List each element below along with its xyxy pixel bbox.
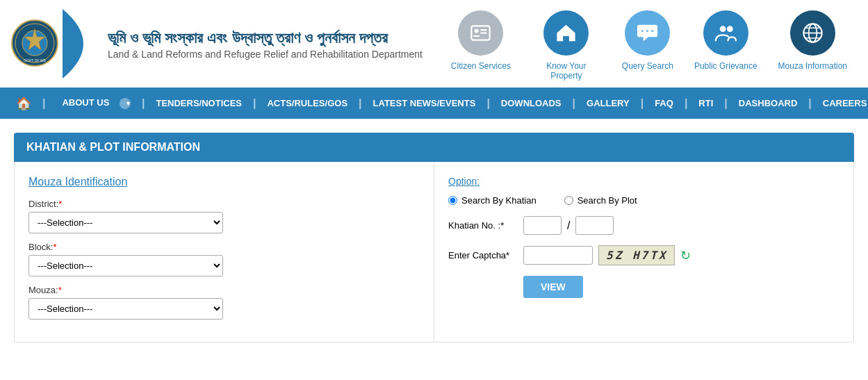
mouza-identification-title[interactable]: Mouza Identification <box>28 176 420 188</box>
khatian-no-label: Khatian No. :* <box>448 220 518 231</box>
option-label: Option <box>448 176 477 187</box>
home-nav-link[interactable]: 🏠 <box>10 96 37 111</box>
nav-careers[interactable]: CAREERS <box>817 98 868 108</box>
nav-icon-citizen-services[interactable]: Citizen Services <box>451 10 511 81</box>
nav-acts[interactable]: ACTS/RULES/GOS <box>261 98 353 108</box>
nav-rti[interactable]: RTI <box>693 98 719 108</box>
mouza-information-label: Mouza Information <box>778 61 847 71</box>
district-group: District:* ---Selection--- <box>28 199 420 233</box>
know-your-property-circle <box>543 10 589 56</box>
emblem: GOVT OF WB <box>10 19 59 69</box>
svg-text:GOVT OF WB: GOVT OF WB <box>24 58 47 63</box>
sep9: | <box>719 97 732 110</box>
query-search-circle <box>625 10 670 56</box>
captcha-refresh-icon[interactable]: ↻ <box>680 248 691 263</box>
khatian-slash: / <box>567 220 570 232</box>
district-select[interactable]: ---Selection--- <box>28 212 223 233</box>
mouza-select[interactable]: ---Selection--- <box>28 298 223 320</box>
svg-point-13 <box>720 26 726 32</box>
right-panel: Option: Search By Khatian Search By Plot… <box>434 162 853 342</box>
nav-icon-public-grievance[interactable]: Public Grievance <box>694 10 758 81</box>
mouza-group: Mouza:* ---Selection--- <box>28 285 420 320</box>
citizen-services-circle <box>458 10 503 56</box>
public-grievance-circle <box>703 10 748 56</box>
section-header: KHATIAN & PLOT INFORMATION <box>14 133 854 162</box>
mouza-information-circle <box>790 10 835 56</box>
mouza-required: * <box>58 285 62 295</box>
search-by-khatian-label[interactable]: Search By Khatian <box>448 195 537 206</box>
option-colon: : <box>477 176 480 187</box>
svg-point-14 <box>727 26 733 32</box>
sep7: | <box>635 97 649 110</box>
khatian-no-row: Khatian No. :* / <box>448 216 840 235</box>
sep1: | <box>37 97 51 110</box>
radio-plot[interactable] <box>564 196 573 205</box>
nav-news[interactable]: LATEST NEWS/EVENTS <box>368 98 482 108</box>
khatian-no-input1[interactable] <box>523 216 562 235</box>
captcha-label: Enter Captcha* <box>448 250 518 261</box>
svg-point-11 <box>646 30 648 32</box>
svg-point-6 <box>475 29 479 33</box>
radio-group: Search By Khatian Search By Plot <box>448 195 840 206</box>
public-grievance-label: Public Grievance <box>694 61 758 71</box>
mouza-label: Mouza:* <box>28 285 420 295</box>
query-search-label: Query Search <box>622 61 673 71</box>
block-select[interactable]: ---Selection--- <box>28 255 223 276</box>
know-your-property-label: Know Your Property <box>532 61 601 81</box>
svg-point-10 <box>641 30 644 32</box>
page-content: KHATIAN & PLOT INFORMATION Mouza Identif… <box>0 119 868 356</box>
district-required: * <box>58 199 62 209</box>
sep4: | <box>353 97 367 110</box>
nav-faq[interactable]: FAQ <box>649 98 679 108</box>
section-body: Mouza Identification District:* ---Selec… <box>14 162 854 342</box>
citizen-services-label: Citizen Services <box>451 61 511 71</box>
header-curve-decoration <box>63 9 104 79</box>
nav-dashboard[interactable]: DASHBOARD <box>733 98 803 108</box>
view-button[interactable]: VIEW <box>523 276 583 298</box>
nav-icons: Citizen Services Know Your Property Quer… <box>430 0 868 88</box>
nav-tenders[interactable]: TENDERS/NOTICES <box>150 98 247 108</box>
nav-about-us[interactable]: ABOUT US ▼ <box>51 97 136 109</box>
block-group: Block:* ---Selection--- <box>28 242 420 276</box>
left-panel: Mouza Identification District:* ---Selec… <box>15 162 434 342</box>
nav-downloads[interactable]: DOWNLOADS <box>496 98 567 108</box>
khatian-no-input2[interactable] <box>575 216 614 235</box>
option-title: Option: <box>448 176 840 187</box>
captcha-input[interactable] <box>523 246 593 265</box>
district-label: District:* <box>28 199 420 209</box>
about-us-dropdown-icon: ▼ <box>120 98 131 109</box>
block-required: * <box>53 242 56 252</box>
search-by-plot-label[interactable]: Search By Plot <box>564 195 637 206</box>
header-text: ভূমি ও ভূমি সংস্কার এবং উদ্বাস্তু ত্রাণ … <box>108 28 423 60</box>
english-subtitle: Land & Land Reforms and Refugee Relief a… <box>108 49 423 60</box>
nav-icon-mouza-information[interactable]: Mouza Information <box>778 10 847 81</box>
sep10: | <box>803 97 817 110</box>
nav-icons-area: Citizen Services Know Your Property Quer… <box>423 0 868 88</box>
nav-icon-know-your-property[interactable]: Know Your Property <box>532 10 601 81</box>
nav-icon-query-search[interactable]: Query Search <box>622 10 673 81</box>
header-left: GOVT OF WB ভূমি ও ভূমি সংস্কার এবং উদ্বা… <box>0 0 423 88</box>
sep6: | <box>567 97 581 110</box>
captcha-row: Enter Captcha* 5Z H7TX ↻ <box>448 245 840 265</box>
sep8: | <box>679 97 693 110</box>
captcha-image: 5Z H7TX <box>598 245 675 265</box>
view-button-container: VIEW <box>448 276 840 298</box>
svg-point-12 <box>652 30 654 32</box>
sep2: | <box>136 97 150 110</box>
sep5: | <box>481 97 495 110</box>
header: GOVT OF WB ভূমি ও ভূমি সংস্কার এবং উদ্বা… <box>0 0 868 88</box>
main-nav: 🏠 | ABOUT US ▼ | TENDERS/NOTICES | ACTS/… <box>0 88 868 119</box>
radio-khatian[interactable] <box>448 196 457 205</box>
bengali-title: ভূমি ও ভূমি সংস্কার এবং উদ্বাস্তু ত্রাণ … <box>108 28 423 49</box>
sep3: | <box>247 97 261 110</box>
block-label: Block:* <box>28 242 420 252</box>
nav-gallery[interactable]: GALLERY <box>581 98 635 108</box>
